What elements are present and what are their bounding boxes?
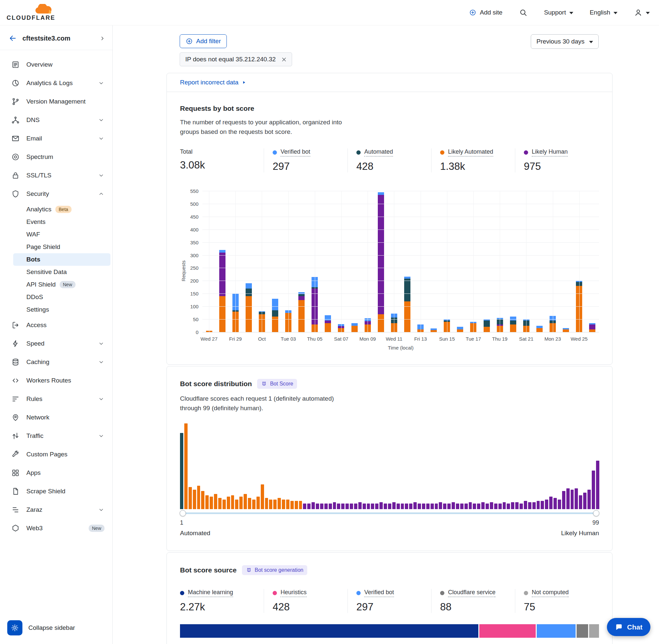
sidebar-item-security[interactable]: Security — [0, 185, 112, 203]
close-icon[interactable] — [281, 56, 287, 63]
chevron-right-icon[interactable] — [99, 36, 105, 41]
bar-thu-12 — [404, 277, 410, 332]
language-menu[interactable]: English — [590, 9, 617, 16]
sidebar-item-access[interactable]: Access — [0, 316, 112, 335]
chevron-down-icon — [646, 12, 650, 14]
y-axis-ticks: 050100150200250300350400450500550 — [187, 191, 203, 332]
hist-bar-85 — [537, 501, 540, 509]
bot-score-badge[interactable]: Bot Score — [257, 379, 297, 389]
sidebar-item-overview[interactable]: Overview — [0, 55, 112, 74]
site-name: cftestsite3.com — [22, 34, 94, 42]
sidebar-item-version-management[interactable]: Version Management — [0, 92, 112, 111]
stat-likely-human: Likely Human975 — [515, 148, 599, 172]
hist-bar-64 — [447, 504, 451, 509]
stat-machine-learning: Machine learning2.27k — [180, 589, 264, 613]
filter-chip[interactable]: IP does not equal 35.212.240.32 — [180, 52, 292, 66]
bar-mon-16 — [457, 327, 463, 332]
sidebar-item-security-bots[interactable]: Bots — [13, 253, 111, 266]
sidebar-item-security-analytics[interactable]: AnalyticsBeta — [13, 203, 111, 216]
date-range-selector[interactable]: Previous 30 days — [531, 34, 599, 49]
stat-value: 975 — [524, 161, 599, 172]
spectrum-icon — [11, 153, 20, 161]
sidebar-item-analytics-logs[interactable]: Analytics & Logs — [0, 74, 112, 92]
sidebar-item-caching[interactable]: Caching — [0, 353, 112, 371]
hist-bar-77 — [503, 502, 506, 509]
report-incorrect-data-link[interactable]: Report incorrect data — [180, 79, 246, 86]
sidebar-item-apps[interactable]: Apps — [0, 464, 112, 482]
bar-sat-30 — [245, 283, 252, 332]
site-header: cftestsite3.com — [0, 25, 112, 50]
hist-bar-22 — [269, 500, 272, 509]
hist-bar-2 — [184, 423, 188, 509]
sidebar-item-security-events[interactable]: Events — [13, 216, 111, 228]
sidebar-item-spectrum[interactable]: Spectrum — [0, 148, 112, 166]
sidebar-item-security-api-shield[interactable]: API ShieldNew — [13, 278, 111, 291]
hist-bar-75 — [494, 504, 497, 509]
sidebar-item-scrape-shield[interactable]: Scrape Shield — [0, 482, 112, 501]
hist-bar-68 — [465, 504, 468, 509]
sidebar-item-traffic[interactable]: Traffic — [0, 427, 112, 445]
sidebar-item-custom-pages[interactable]: Custom Pages — [0, 445, 112, 464]
filter-controls: Add filter IP does not equal 35.212.240.… — [180, 34, 292, 66]
add-filter-button[interactable]: Add filter — [180, 34, 227, 48]
chat-button[interactable]: Chat — [607, 618, 651, 636]
source-stacked-bar — [180, 624, 599, 638]
hist-bar-28 — [295, 501, 298, 509]
sidebar-item-security-sensitive-data[interactable]: Sensitive Data — [13, 266, 111, 278]
back-arrow-icon[interactable] — [8, 34, 17, 43]
hist-bar-45 — [367, 504, 370, 509]
search-button[interactable] — [519, 8, 527, 17]
cloudflare-logo[interactable]: CLOUDFLARE — [6, 4, 55, 21]
report-row: Report incorrect data — [167, 73, 612, 92]
book-icon — [246, 567, 252, 573]
hist-bar-62 — [439, 502, 442, 509]
sidebar-item-security-page-shield[interactable]: Page Shield — [13, 241, 111, 253]
hist-bar-89 — [554, 498, 557, 509]
sidebar-item-zaraz[interactable]: Zaraz — [0, 501, 112, 519]
sidebar-item-security-settings[interactable]: Settings — [13, 303, 111, 316]
hist-bar-21 — [265, 498, 268, 509]
legend-dot — [273, 151, 277, 155]
cloudflare-wordmark: CLOUDFLARE — [6, 15, 55, 21]
sidebar-item-rules[interactable]: Rules — [0, 390, 112, 408]
stat-not-computed: Not computed75 — [515, 589, 599, 613]
sidebar-item-workers-routes[interactable]: Workers Routes — [0, 371, 112, 390]
add-site-button[interactable]: Add site — [469, 9, 502, 16]
traffic-icon — [11, 432, 20, 440]
hist-bar-18 — [252, 500, 256, 509]
hist-bar-63 — [443, 504, 446, 509]
legend-dot — [273, 591, 277, 595]
chevron-down-icon — [98, 172, 104, 179]
hist-bar-56 — [414, 502, 417, 509]
chevron-down-icon — [98, 340, 104, 347]
hist-bar-91 — [562, 491, 565, 509]
hist-bar-5 — [197, 486, 201, 509]
hist-bar-46 — [371, 504, 374, 509]
hist-bar-11 — [222, 500, 226, 509]
support-menu[interactable]: Support — [544, 9, 573, 16]
collapse-sidebar-button[interactable]: Collapse sidebar — [28, 624, 75, 631]
sidebar-item-security-ddos[interactable]: DDoS — [13, 291, 111, 303]
sidebar-item-email[interactable]: Email — [0, 129, 112, 148]
hist-bar-25 — [282, 500, 285, 509]
slider-handle-min[interactable] — [180, 510, 186, 516]
source-stats-row: Machine learning2.27kHeuristics428Verifi… — [180, 589, 599, 613]
preferences-button[interactable] — [7, 620, 22, 636]
sidebar-item-ssl-tls[interactable]: SSL/TLS — [0, 166, 112, 185]
hist-bar-50 — [388, 504, 391, 509]
legend-dot — [356, 591, 361, 595]
slider-handle-max[interactable] — [593, 510, 599, 516]
stat-heuristics: Heuristics428 — [264, 589, 348, 613]
caching-icon — [11, 358, 20, 366]
sidebar-item-speed[interactable]: Speed — [0, 335, 112, 353]
bar-mon-02 — [272, 299, 278, 332]
sidebar-item-security-waf[interactable]: WAF — [13, 228, 111, 241]
sidebar-item-dns[interactable]: DNS — [0, 111, 112, 129]
sidebar-item-web3[interactable]: Web3New — [0, 519, 112, 537]
chart-plot-area — [203, 191, 599, 332]
hist-bar-24 — [278, 498, 281, 509]
requests-stats-row: Total3.08kVerified bot297Automated428Lik… — [180, 148, 599, 172]
sidebar-item-network[interactable]: Network — [0, 408, 112, 427]
account-menu[interactable] — [634, 8, 650, 17]
bot-score-generation-badge[interactable]: Bot score generation — [242, 565, 308, 575]
